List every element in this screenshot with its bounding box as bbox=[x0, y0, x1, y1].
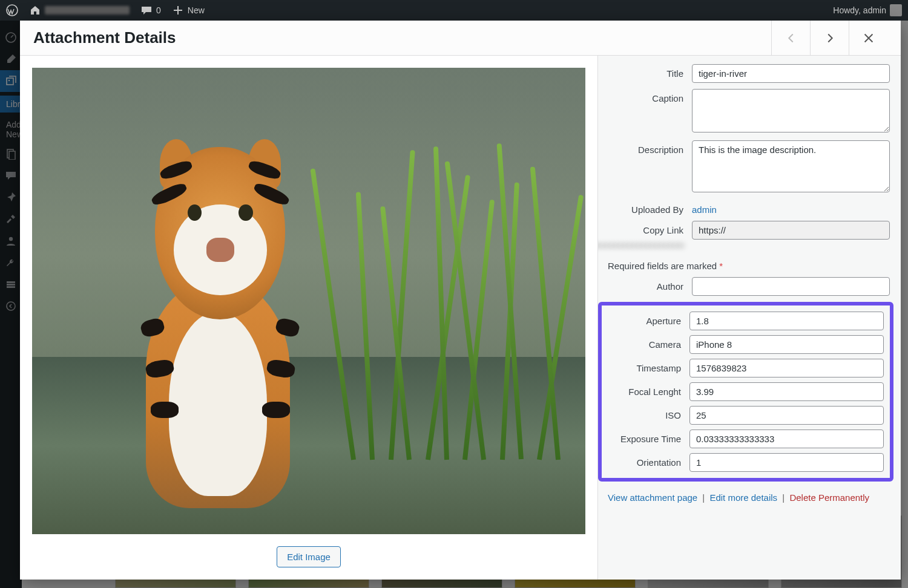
chevron-right-icon bbox=[823, 31, 837, 45]
title-label: Title bbox=[604, 64, 692, 79]
delete-link[interactable]: Delete Permanently bbox=[789, 492, 869, 503]
close-button[interactable] bbox=[849, 21, 887, 56]
sep: | bbox=[782, 492, 785, 503]
edit-more-link[interactable]: Edit more details bbox=[709, 492, 777, 503]
aperture-label: Aperture bbox=[602, 312, 689, 326]
modal-header: Attachment Details bbox=[20, 21, 901, 56]
required-asterisk: * bbox=[719, 261, 723, 271]
camera-input[interactable] bbox=[689, 335, 884, 354]
sep: | bbox=[702, 492, 705, 503]
required-text: Required fields are marked bbox=[608, 261, 717, 271]
edit-image-button[interactable]: Edit Image bbox=[277, 546, 341, 567]
author-label: Author bbox=[604, 277, 692, 292]
uploadedby-value[interactable]: admin bbox=[692, 200, 890, 215]
new-button[interactable]: New bbox=[172, 4, 205, 16]
prev-button[interactable] bbox=[771, 21, 810, 56]
orientation-label: Orientation bbox=[602, 453, 689, 468]
title-input[interactable] bbox=[692, 64, 890, 83]
focal-input[interactable] bbox=[689, 382, 884, 401]
camera-label: Camera bbox=[602, 335, 689, 350]
timestamp-label: Timestamp bbox=[602, 359, 689, 373]
exposure-input[interactable] bbox=[689, 430, 884, 448]
uploadedby-label: Uploaded By bbox=[604, 200, 692, 215]
wp-logo-icon[interactable] bbox=[6, 4, 18, 16]
focal-label: Focal Lenght bbox=[602, 382, 689, 397]
avatar bbox=[890, 4, 902, 16]
author-input[interactable] bbox=[692, 277, 890, 296]
view-attachment-link[interactable]: View attachment page bbox=[608, 492, 697, 503]
aperture-input[interactable] bbox=[689, 312, 884, 330]
attachment-details-pane: Title Caption Description This is the im… bbox=[598, 56, 901, 580]
chevron-left-icon bbox=[785, 31, 798, 45]
howdy-text: Howdy, admin bbox=[833, 5, 886, 15]
copylink-input[interactable] bbox=[692, 221, 890, 240]
attachment-actions: View attachment page | Edit more details… bbox=[608, 492, 890, 503]
iso-input[interactable] bbox=[689, 406, 884, 425]
howdy-link[interactable]: Howdy, admin bbox=[833, 4, 902, 16]
caption-input[interactable] bbox=[692, 89, 890, 132]
new-label: New bbox=[188, 5, 205, 15]
caption-label: Caption bbox=[604, 89, 692, 103]
modal-nav bbox=[771, 21, 887, 56]
home-icon[interactable] bbox=[29, 4, 130, 16]
exposure-label: Exposure Time bbox=[602, 430, 689, 444]
description-label: Description bbox=[604, 140, 692, 155]
attachment-details-modal: Attachment Details bbox=[20, 21, 901, 580]
description-input[interactable]: This is the image description. bbox=[692, 140, 890, 192]
orientation-input[interactable] bbox=[689, 453, 884, 472]
timestamp-input[interactable] bbox=[689, 359, 884, 377]
required-note: Required fields are marked * bbox=[608, 261, 890, 271]
attachment-image bbox=[32, 68, 585, 534]
next-button[interactable] bbox=[810, 21, 849, 56]
comment-count: 0 bbox=[156, 5, 161, 15]
modal-title: Attachment Details bbox=[33, 28, 176, 47]
iso-label: ISO bbox=[602, 406, 689, 420]
comments-icon[interactable]: 0 bbox=[140, 4, 161, 16]
admin-bar: 0 New Howdy, admin bbox=[0, 0, 908, 21]
exif-highlight: Aperture Camera Timestamp Focal Lenght I… bbox=[598, 302, 893, 482]
copylink-label: Copy Link bbox=[604, 221, 692, 235]
close-icon bbox=[862, 31, 875, 45]
media-preview-pane: Edit Image bbox=[20, 56, 598, 580]
